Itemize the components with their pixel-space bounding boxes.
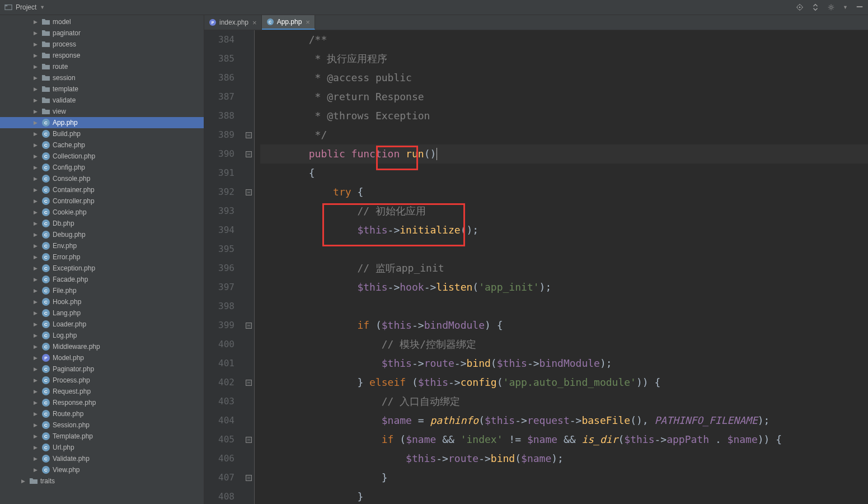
tree-item-route[interactable]: route <box>0 61 204 72</box>
tree-arrow-icon[interactable] <box>34 243 39 249</box>
tree-item-env-php[interactable]: CEnv.php <box>0 240 204 251</box>
tree-arrow-icon[interactable] <box>34 97 39 103</box>
tree-item-process[interactable]: process <box>0 39 204 50</box>
tree-item-exception-php[interactable]: CException.php <box>0 263 204 274</box>
tree-arrow-icon[interactable] <box>34 142 39 148</box>
tree-arrow-icon[interactable] <box>34 389 39 394</box>
code-line[interactable]: * 执行应用程序 <box>260 49 868 68</box>
code-line[interactable]: $this->initialize(); <box>260 221 868 240</box>
tree-arrow-icon[interactable] <box>34 232 39 237</box>
fold-mark[interactable] <box>243 221 254 240</box>
tree-arrow-icon[interactable] <box>34 120 39 125</box>
tree-item-model[interactable]: model <box>0 16 204 27</box>
tree-arrow-icon[interactable] <box>34 153 39 159</box>
fold-mark[interactable]: − <box>243 316 254 335</box>
tree-item-log-php[interactable]: CLog.php <box>0 330 204 341</box>
code-editor[interactable]: 3843853863873883893903913923933943953963… <box>204 30 868 504</box>
tree-arrow-icon[interactable] <box>34 265 39 271</box>
tree-item-collection-php[interactable]: CCollection.php <box>0 151 204 162</box>
tree-item-validate[interactable]: validate <box>0 95 204 106</box>
tree-arrow-icon[interactable] <box>34 467 39 473</box>
fold-close-icon[interactable]: − <box>246 132 252 138</box>
tree-item-debug-php[interactable]: CDebug.php <box>0 229 204 240</box>
code-line[interactable]: */ <box>260 125 868 144</box>
tree-arrow-icon[interactable] <box>34 41 39 47</box>
tree-arrow-icon[interactable] <box>34 445 39 450</box>
project-tree[interactable]: modelpaginatorprocessresponseroutesessio… <box>0 15 204 504</box>
tree-arrow-icon[interactable] <box>34 198 39 204</box>
tree-item-route-php[interactable]: CRoute.php <box>0 408 204 419</box>
fold-mark[interactable] <box>243 30 254 49</box>
fold-mark[interactable] <box>243 335 254 354</box>
fold-mark[interactable] <box>243 87 254 106</box>
fold-mark[interactable]: − <box>243 125 254 144</box>
fold-mark[interactable] <box>243 164 254 183</box>
fold-mark[interactable] <box>243 487 254 504</box>
tree-arrow-icon[interactable] <box>34 366 39 372</box>
tree-item-url-php[interactable]: CUrl.php <box>0 442 204 453</box>
tree-item-session[interactable]: session <box>0 72 204 83</box>
tree-item-request-php[interactable]: CRequest.php <box>0 386 204 397</box>
tree-arrow-icon[interactable] <box>34 355 39 361</box>
tree-arrow-icon[interactable] <box>34 209 39 215</box>
close-icon[interactable]: × <box>252 18 257 27</box>
tree-arrow-icon[interactable] <box>34 299 39 305</box>
tree-arrow-icon[interactable] <box>34 165 39 170</box>
tree-item-model-php[interactable]: PModel.php <box>0 352 204 363</box>
code-line[interactable]: if ($name && 'index' != $name && is_dir(… <box>260 430 868 449</box>
tree-item-console-php[interactable]: CConsole.php <box>0 173 204 184</box>
code-line[interactable] <box>260 297 868 316</box>
code-line[interactable]: * @access public <box>260 68 868 87</box>
fold-mark[interactable] <box>243 411 254 430</box>
tree-item-template-php[interactable]: CTemplate.php <box>0 431 204 442</box>
tree-item-cookie-php[interactable]: CCookie.php <box>0 207 204 218</box>
fold-mark[interactable] <box>243 278 254 297</box>
tree-arrow-icon[interactable] <box>34 254 39 260</box>
code-line[interactable]: * @return Response <box>260 87 868 106</box>
code-line[interactable]: if ($this->bindModule) { <box>260 316 868 335</box>
code-line[interactable]: $name = pathinfo($this->request->baseFil… <box>260 411 868 430</box>
tree-arrow-icon[interactable] <box>34 400 39 405</box>
tree-item-cache-php[interactable]: CCache.php <box>0 139 204 151</box>
tree-item-view-php[interactable]: CView.php <box>0 464 204 475</box>
fold-column[interactable]: −−−−−−− <box>243 30 255 504</box>
tree-arrow-icon[interactable] <box>34 277 39 282</box>
fold-mark[interactable]: − <box>243 183 254 202</box>
fold-mark[interactable] <box>243 202 254 221</box>
tree-item-traits[interactable]: traits <box>0 475 204 487</box>
tree-item-process-php[interactable]: CProcess.php <box>0 375 204 386</box>
dropdown-arrow-icon[interactable]: ▼ <box>40 4 45 10</box>
gear-icon[interactable] <box>827 3 835 11</box>
tree-item-db-php[interactable]: CDb.php <box>0 218 204 229</box>
tree-item-response[interactable]: response <box>0 50 204 61</box>
tree-arrow-icon[interactable] <box>34 377 39 383</box>
tree-arrow-icon[interactable] <box>34 187 39 193</box>
tree-arrow-icon[interactable] <box>34 288 39 293</box>
tree-item-error-php[interactable]: CError.php <box>0 251 204 263</box>
tree-item-file-php[interactable]: CFile.php <box>0 285 204 296</box>
tree-item-hook-php[interactable]: CHook.php <box>0 296 204 307</box>
code-line[interactable]: // 入口自动绑定 <box>260 392 868 411</box>
fold-mark[interactable] <box>243 259 254 278</box>
tree-item-controller-php[interactable]: CController.php <box>0 195 204 207</box>
tree-item-facade-php[interactable]: CFacade.php <box>0 274 204 285</box>
fold-mark[interactable] <box>243 240 254 259</box>
tree-item-app-php[interactable]: CApp.php <box>0 117 204 128</box>
code-line[interactable] <box>260 240 868 259</box>
tree-arrow-icon[interactable] <box>21 478 27 484</box>
fold-mark[interactable] <box>243 392 254 411</box>
tree-arrow-icon[interactable] <box>34 176 39 181</box>
code-line[interactable]: } <box>260 468 868 487</box>
tree-item-lang-php[interactable]: CLang.php <box>0 307 204 319</box>
tree-arrow-icon[interactable] <box>34 321 39 327</box>
tree-arrow-icon[interactable] <box>34 131 39 137</box>
fold-open-icon[interactable]: − <box>246 323 252 329</box>
tree-arrow-icon[interactable] <box>34 64 39 69</box>
tree-arrow-icon[interactable] <box>34 422 39 428</box>
project-label[interactable]: Project <box>16 3 36 11</box>
tree-item-paginator[interactable]: paginator <box>0 27 204 39</box>
code-line[interactable]: $this->route->bind($this->bindModule); <box>260 354 868 373</box>
code-line[interactable]: $this->hook->listen('app_init'); <box>260 278 868 297</box>
target-icon[interactable] <box>796 3 804 11</box>
code-line[interactable]: } <box>260 487 868 504</box>
